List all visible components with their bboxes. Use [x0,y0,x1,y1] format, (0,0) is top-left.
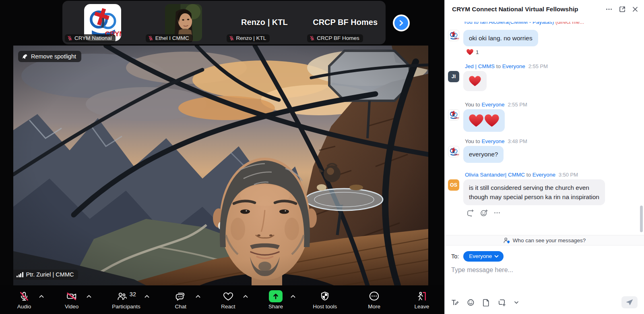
who-can-see-label: Who can see your messages? [513,237,586,243]
scrollbar-thumb[interactable] [640,206,643,232]
participant-display-name: CRCP BF Homes [305,18,386,27]
send-icon [626,299,633,306]
participant-name-badge: Renzo | KTL [227,34,270,42]
pin-icon [22,54,28,60]
chat-message [448,109,638,132]
chevron-up-icon[interactable] [144,294,150,299]
message-header: Olivia Santander| CMMC to Everyone 3:50 … [465,172,638,178]
participant-name: CRCP BF Homes [317,35,359,41]
file-icon[interactable] [483,299,490,306]
compose-toolbar [451,296,638,308]
chat-message: OS is it still considered serving the ch… [448,179,638,206]
chevron-up-icon[interactable] [39,294,44,299]
chat-button[interactable]: Chat [170,290,191,310]
reply-icon[interactable] [466,209,474,216]
chat-panel: CRYM Connect National Virtual Fellowship… [444,0,644,314]
avatar: OS [448,179,459,191]
chat-header: CRYM Connect National Virtual Fellowship [445,0,644,19]
chevron-right-icon [398,19,405,27]
leave-button[interactable]: Leave [411,290,432,310]
avatar [448,146,459,157]
recipient-selector[interactable]: Everyone [463,251,504,262]
remove-spotlight-button[interactable]: Remove spotlight [18,51,81,62]
chevron-up-icon[interactable] [195,294,201,299]
heart-outline-icon [223,291,233,302]
participant-name: CRYM National [74,35,112,41]
participant-tile-renzo[interactable]: Renzo | KTL Renzo | KTL [224,1,305,44]
who-can-see-bar[interactable]: Who can see your messages? [445,235,644,245]
participant-display-name: Renzo | KTL [224,18,305,27]
heart-emoji [466,49,473,55]
participant-tile-crym-national[interactable]: CRYM National [62,1,143,44]
react-button[interactable]: React [218,290,239,310]
video-button[interactable]: Video [61,290,82,310]
share-button[interactable]: Share [265,290,286,310]
message-header: You to Everyone 3:48 PM [465,138,638,144]
remove-spotlight-label: Remove spotlight [31,53,76,60]
chat-icon [175,291,186,302]
clipped-message-header: You to Ian Alcolera(CMMM - Payatas) (dir… [463,22,638,27]
screen-capture-icon[interactable] [498,299,506,306]
participant-name: Renzo | KTL [236,35,266,41]
message-bubble: oki oki lang. no worries [463,30,538,46]
virtual-background [13,46,428,285]
message-header: You to Everyone 2:55 PM [465,102,638,108]
participants-button[interactable]: 32 Participants [109,290,143,310]
message-hover-actions [466,209,638,216]
person-shield-icon [503,237,510,243]
heart-emoji [485,114,499,127]
camera-muted-icon [66,291,77,302]
chat-message: everyone? [448,146,638,162]
spotlight-video[interactable]: Remove spotlight Ptr. Zuriel | CMMC [13,46,428,285]
avatar [448,109,459,121]
message-bubble: is it still considered serving the churc… [463,179,605,206]
chevron-up-icon[interactable] [290,294,296,299]
mic-muted-icon [310,35,315,41]
send-button[interactable] [621,296,638,308]
message-input[interactable] [451,266,638,274]
speaker-name: Ptr. Zuriel | CMMC [26,271,74,278]
active-speaker-badge: Ptr. Zuriel | CMMC [13,270,78,280]
participant-tile-ethel[interactable]: Ethel I CMMC [143,1,224,44]
message-reaction[interactable]: 1 [466,49,638,55]
close-icon[interactable] [632,6,638,12]
video-thumbnail-strip: CRYM National [62,1,386,44]
chevron-up-icon[interactable] [243,294,248,299]
participant-tile-crcp[interactable]: CRCP BF Homes CRCP BF Homes [305,1,386,44]
chevron-down-icon [494,255,499,258]
meeting-stage: CRYM National [0,0,444,314]
mic-muted-icon [19,291,29,302]
more-horizontal-icon[interactable] [605,6,613,13]
message-bubble [463,71,487,91]
avatar [448,30,459,41]
chat-title: CRYM Connect National Virtual Fellowship [452,6,605,13]
participant-name: Ethel I CMMC [155,35,189,41]
mic-muted-icon [67,35,72,41]
participants-icon [116,291,127,302]
chevron-up-icon[interactable] [86,294,92,299]
popout-icon[interactable] [619,6,626,13]
shield-icon [320,291,330,302]
signal-strength-icon [17,272,23,277]
chevron-down-icon[interactable] [514,301,519,304]
reaction-count: 1 [476,49,479,55]
audio-button[interactable]: Audio [14,290,35,310]
mic-muted-icon [148,35,153,41]
message-bubble [463,109,505,132]
zoom-meeting-window: CRYM National [0,0,644,314]
participant-name-badge: Ethel I CMMC [146,34,193,42]
host-tools-button[interactable]: Host tools [313,290,337,310]
add-reaction-icon[interactable] [480,209,488,216]
participant-name-badge: CRCP BF Homes [307,34,363,42]
format-text-icon[interactable] [451,299,459,306]
chat-message: JI [448,71,638,91]
compose-area: To: Everyone [445,245,644,314]
meeting-toolbar: Audio Video [0,285,444,314]
next-page-button[interactable] [393,15,410,31]
emoji-icon[interactable] [467,299,475,306]
share-screen-icon [269,290,283,302]
participant-name-badge: CRYM National [65,34,116,42]
more-horizontal-icon[interactable] [494,210,500,216]
more-button[interactable]: More [364,290,385,310]
chat-message-list[interactable]: You to Ian Alcolera(CMMM - Payatas) (dir… [445,19,644,235]
